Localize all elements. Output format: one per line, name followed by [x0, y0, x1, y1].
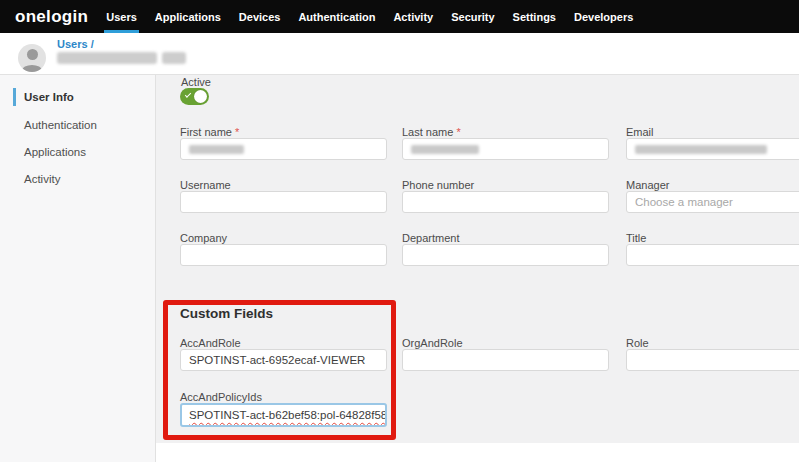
- first-name-label: First name *: [180, 126, 387, 138]
- sidebar-item-authentication[interactable]: Authentication: [13, 116, 97, 134]
- nav-item-security[interactable]: Security: [449, 0, 496, 33]
- manager-label: Manager: [626, 179, 799, 191]
- sidebar-item-activity[interactable]: Activity: [13, 170, 60, 188]
- role-label: Role: [626, 337, 799, 349]
- company-label: Company: [180, 232, 387, 244]
- nav-item-settings[interactable]: Settings: [511, 0, 558, 33]
- active-label: Active: [181, 76, 211, 88]
- department-input[interactable]: [402, 244, 609, 266]
- field-first-name: First name *: [180, 126, 387, 160]
- phone-number-label: Phone number: [402, 179, 609, 191]
- acc-and-role-input[interactable]: SPOTINST-act-6952ecaf-VIEWER: [180, 349, 387, 371]
- last-name-label: Last name *: [402, 126, 609, 138]
- sidebar-item-user-info[interactable]: User Info: [13, 88, 74, 106]
- acc-and-role-value: SPOTINST-act-6952ecaf-VIEWER: [189, 354, 365, 366]
- nav-item-activity[interactable]: Activity: [391, 0, 435, 33]
- avatar-head-shape: [27, 49, 38, 60]
- field-company: Company: [180, 232, 387, 266]
- breadcrumb-users-link[interactable]: Users /: [57, 38, 94, 50]
- active-toggle[interactable]: [180, 88, 209, 105]
- email-label: Email: [626, 126, 799, 138]
- field-phone-number: Phone number: [402, 179, 609, 213]
- custom-fields-heading: Custom Fields: [180, 306, 273, 321]
- redacted-first-name: [189, 145, 244, 154]
- field-org-and-role: OrgAndRole: [402, 337, 609, 371]
- field-role: Role: [626, 337, 799, 371]
- onelogin-logo[interactable]: onelogin: [15, 0, 88, 33]
- field-title: Title: [626, 232, 799, 266]
- redacted-user-name-part: [162, 52, 186, 64]
- org-and-role-label: OrgAndRole: [402, 337, 609, 349]
- acc-and-policy-ids-input[interactable]: SPOTINST-act-b62bef58:pol-64828f58: [180, 403, 387, 427]
- email-input[interactable]: [626, 138, 799, 160]
- redacted-last-name: [411, 145, 479, 154]
- sidebar: User Info Authentication Applications Ac…: [0, 75, 156, 462]
- title-label: Title: [626, 232, 799, 244]
- title-input[interactable]: [626, 244, 799, 266]
- username-input[interactable]: [180, 191, 387, 213]
- acc-and-policy-ids-value: SPOTINST-act-b62bef58:pol-64828f58: [189, 409, 387, 421]
- company-input[interactable]: [180, 244, 387, 266]
- onelogin-user-page: onelogin Users Applications Devices Auth…: [0, 0, 799, 462]
- field-email: Email: [626, 126, 799, 160]
- phone-number-input[interactable]: [402, 191, 609, 213]
- required-asterisk: *: [235, 126, 239, 138]
- field-department: Department: [402, 232, 609, 266]
- sidebar-item-applications[interactable]: Applications: [13, 143, 86, 161]
- first-name-input[interactable]: [180, 138, 387, 160]
- acc-and-role-label: AccAndRole: [180, 337, 387, 349]
- manager-placeholder: Choose a manager: [635, 196, 733, 208]
- nav-item-authentication[interactable]: Authentication: [296, 0, 377, 33]
- org-and-role-input[interactable]: [402, 349, 609, 371]
- nav-item-applications[interactable]: Applications: [153, 0, 223, 33]
- field-acc-and-role: AccAndRole SPOTINST-act-6952ecaf-VIEWER: [180, 337, 387, 371]
- last-name-input[interactable]: [402, 138, 609, 160]
- nav-item-devices[interactable]: Devices: [237, 0, 283, 33]
- nav-menu: Users Applications Devices Authenticatio…: [104, 0, 635, 33]
- nav-item-users[interactable]: Users: [104, 0, 139, 33]
- role-input[interactable]: [626, 349, 799, 371]
- field-manager: Manager Choose a manager: [626, 179, 799, 213]
- manager-input[interactable]: Choose a manager: [626, 191, 799, 213]
- field-last-name: Last name *: [402, 126, 609, 160]
- field-acc-and-policy-ids: AccAndPolicyIds SPOTINST-act-b62bef58:po…: [180, 391, 387, 427]
- nav-item-developers[interactable]: Developers: [572, 0, 635, 33]
- user-avatar-icon: [18, 44, 46, 72]
- check-icon: [185, 91, 191, 97]
- toggle-knob[interactable]: [194, 90, 207, 103]
- department-label: Department: [402, 232, 609, 244]
- username-label: Username: [180, 179, 387, 191]
- redacted-user-name: [57, 52, 157, 64]
- acc-and-policy-ids-label: AccAndPolicyIds: [180, 391, 387, 403]
- field-username: Username: [180, 179, 387, 213]
- top-nav: onelogin Users Applications Devices Auth…: [0, 0, 799, 33]
- required-asterisk: *: [456, 126, 460, 138]
- redacted-email: [635, 145, 767, 154]
